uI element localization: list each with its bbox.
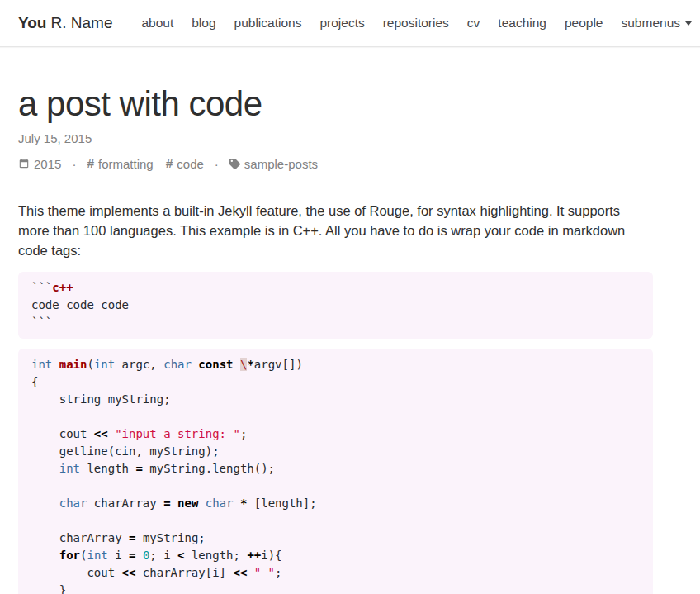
code-line: cout << "input a string: "; [31,425,640,443]
hash-icon: # [166,156,173,171]
nav-item-repositories[interactable]: repositories [374,16,458,31]
tag-icon [229,159,240,169]
category-link-formatting[interactable]: # formatting [87,156,153,171]
chevron-down-icon [685,21,692,26]
navbar: YouR. Name aboutblogpublicationsprojects… [0,0,700,47]
code-line: ``` [31,314,640,331]
nav-item-people[interactable]: people [556,16,612,31]
brand-last-name: R. Name [50,14,112,31]
category-label: formatting [98,157,154,171]
year-link[interactable]: 2015 [18,157,61,171]
code-line: for(int i = 0; i < length; ++i){ [31,547,640,564]
code-line: string myString; [31,391,640,408]
tag-label: sample-posts [244,157,318,171]
code-line: } [31,582,640,594]
nav-item-submenus[interactable]: submenus [612,16,700,31]
category-link-code[interactable]: # code [166,156,204,171]
code-line: int main(int argc, char const \*argv[]) [31,356,640,373]
meta-separator: · [215,157,219,171]
tag-link-sample-posts[interactable]: sample-posts [229,157,318,171]
code-block-markdown-example: ```c++code code code``` [18,272,653,339]
code-line: ```c++ [31,279,640,297]
site-brand[interactable]: YouR. Name [18,14,112,32]
year-label: 2015 [34,157,61,171]
code-line: char charArray = new char * [length]; [31,495,640,512]
calendar-icon [18,158,30,169]
hash-icon: # [87,156,94,171]
post-paragraph: This theme implements a built-in Jekyll … [18,202,653,261]
code-line [31,512,640,530]
page-title: a post with code [18,84,653,124]
code-line [31,478,640,495]
nav-item-projects[interactable]: projects [310,16,373,31]
nav-item-blog[interactable]: blog [182,16,225,31]
code-block-cpp-example: int main(int argc, char const \*argv[]){… [18,349,653,594]
nav-item-teaching[interactable]: teaching [489,16,556,31]
brand-first-name: You [18,14,46,31]
post-content: a post with code July 15, 2015 2015 · # … [0,84,700,594]
submenus-label: submenus [621,16,680,31]
nav-item-cv[interactable]: cv [458,16,490,31]
code-line: code code code [31,297,640,314]
code-line: int length = myString.length(); [31,460,640,478]
post-date: July 15, 2015 [18,131,653,145]
category-label: code [177,157,204,171]
category-links: # formatting # code [87,156,203,171]
code-line: charArray = myString; [31,530,640,547]
code-line: { [31,373,640,391]
code-line: getline(cin, myString); [31,443,640,460]
post-meta: 2015 · # formatting # code · sample-post… [18,156,653,171]
nav-items: aboutblogpublicationsprojectsrepositorie… [132,16,612,31]
code-line [31,408,640,425]
nav-item-about[interactable]: about [132,16,182,31]
meta-separator: · [72,157,76,171]
code-line: cout << charArray[i] << " "; [31,564,640,582]
nav-item-publications[interactable]: publications [225,16,311,31]
